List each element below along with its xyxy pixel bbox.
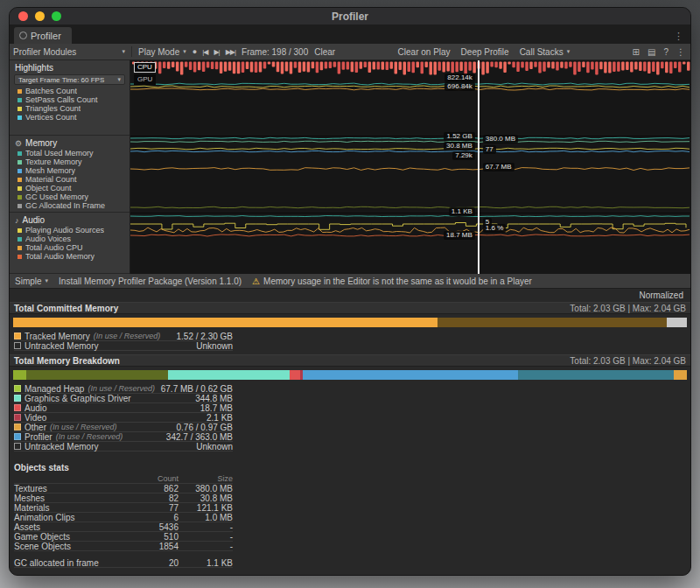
legend-value: 18.7 MB (200, 403, 233, 413)
legend-item-label: Total Audio Memory (25, 252, 94, 261)
window-title: Profiler (10, 10, 690, 23)
legend-item-gc-used-memory[interactable]: GC Used Memory (10, 192, 130, 201)
chart-area[interactable]: CPU GPU 822.14k696.84k1.52 GB380.0 MB30.… (130, 60, 690, 274)
legend-item-mesh-memory[interactable]: Mesh Memory (10, 166, 130, 175)
profiler-modules-dropdown[interactable]: Profiler Modules ▾ (13, 47, 125, 57)
close-window-icon[interactable] (18, 11, 28, 21)
view-mode-dropdown[interactable]: Simple ▾ (15, 276, 48, 286)
legend-item-triangles-count[interactable]: Triangles Count (10, 104, 130, 113)
legend-item-label: Batches Count (25, 87, 77, 95)
bar-segment (674, 370, 687, 380)
legend-color-swatch (18, 255, 22, 259)
legend-color-swatch (14, 395, 21, 402)
table-row-meshes: Meshes 82 30.8 MB (14, 494, 233, 503)
bar-segment (303, 370, 518, 380)
legend-row-profiler: Profiler (In use / Reserved) 342.7 / 363… (14, 432, 233, 442)
memory-breakdown-title: Total Memory Breakdown (14, 356, 120, 366)
audio-module-icon: ♪ (15, 216, 19, 225)
legend-item-total-audio-memory[interactable]: Total Audio Memory (10, 252, 130, 261)
gpu-track-label[interactable]: GPU (134, 74, 156, 85)
committed-memory-title: Total Committed Memory (14, 304, 118, 313)
object-type: Textures (14, 484, 136, 494)
legend-item-label: SetPass Calls Count (25, 95, 98, 104)
manual-icon[interactable]: ▤ (648, 47, 655, 57)
memory-breakdown-bar[interactable] (13, 370, 687, 380)
legend-item-batches-count[interactable]: Batches Count (10, 87, 130, 95)
traffic-lights (10, 11, 61, 21)
legend-label: Managed Heap (24, 384, 84, 394)
legend-item-material-count[interactable]: Material Count (10, 175, 130, 184)
window-titlebar[interactable]: Profiler (10, 8, 690, 25)
legend-item-playing-audio-sources[interactable]: Playing Audio Sources (10, 226, 130, 234)
zoom-window-icon[interactable] (52, 11, 61, 21)
size-column-header: Size (178, 474, 233, 483)
module-memory-header[interactable]: ⚙ Memory (10, 137, 130, 149)
objects-stats-title: Objects stats (14, 463, 690, 474)
legend-item-label: Mesh Memory (25, 166, 75, 175)
profiler-gauge-icon (19, 32, 27, 39)
legend-color-swatch (18, 116, 22, 120)
bar-segment (438, 318, 667, 327)
legend-label: Tracked Memory (24, 332, 90, 341)
legend-item-object-count[interactable]: Object Count (10, 184, 130, 192)
object-type: GC allocated in frame (14, 558, 136, 568)
legend-item-label: GC Used Memory (25, 192, 88, 201)
legend-note: (In use / Reserved) (94, 332, 161, 340)
normalized-row: Normalized (10, 289, 690, 302)
legend-color-swatch (18, 98, 22, 102)
object-count: 1854 (136, 542, 178, 551)
clear-on-play-toggle[interactable]: Clear on Play (398, 47, 451, 57)
legend-item-total-used-memory[interactable]: Total Used Memory (10, 149, 130, 158)
kebab-menu-icon[interactable]: ⋮ (676, 47, 685, 57)
module-highlights-header[interactable]: Highlights (10, 62, 130, 74)
module-audio-header[interactable]: ♪ Audio (10, 214, 130, 226)
legend-item-gc-allocated-in-frame[interactable]: GC Allocated In Frame (10, 201, 130, 210)
object-size: - (178, 542, 233, 551)
tab-profiler[interactable]: Profiler (14, 27, 72, 44)
first-frame-button[interactable]: |◀ (202, 48, 207, 56)
chart-value-callout: 18.7 MB (444, 231, 475, 240)
play-mode-dropdown[interactable]: Play Mode ▾ (138, 47, 186, 57)
help-icon[interactable]: ? (663, 47, 668, 57)
table-row-game-objects: Game Objects 510 - (14, 532, 233, 542)
clear-button[interactable]: Clear (314, 47, 335, 57)
object-type: Assets (14, 522, 136, 532)
object-type: Meshes (14, 494, 136, 503)
legend-item-audio-voices[interactable]: Audio Voices (10, 234, 130, 243)
legend-item-label: Total Audio CPU (25, 243, 83, 252)
target-frame-time-dropdown[interactable]: Target Frame Time: 60 FPS ▾ (14, 74, 125, 85)
tab-label: Profiler (31, 31, 61, 41)
cpu-track-label[interactable]: CPU (134, 62, 156, 73)
module-highlights-legend: Batches CountSetPass Calls CountTriangle… (10, 87, 130, 122)
legend-item-texture-memory[interactable]: Texture Memory (10, 158, 130, 166)
legend-item-total-audio-cpu[interactable]: Total Audio CPU (10, 243, 130, 252)
committed-memory-totals: Total: 2.03 GB | Max: 2.04 GB (570, 304, 686, 313)
deep-profile-toggle[interactable]: Deep Profile (461, 47, 509, 57)
legend-item-label: Texture Memory (25, 158, 82, 166)
legend-item-label: Material Count (25, 175, 77, 184)
legend-value: 0.76 / 0.97 GB (177, 423, 234, 432)
normalized-toggle[interactable]: Normalized (639, 290, 683, 301)
call-stacks-dropdown[interactable]: Call Stacks ▾ (520, 47, 570, 57)
legend-color-swatch (14, 414, 21, 421)
object-size: 1.0 MB (178, 513, 233, 522)
pop-out-icon[interactable]: ⊞ (633, 47, 640, 57)
next-frame-button[interactable]: ▶| (214, 48, 219, 56)
current-frame-button[interactable]: ▶▶| (226, 48, 235, 56)
legend-row-graphics: Graphics & Graphics Driver 344.8 MB (14, 394, 233, 403)
legend-item-setpass-calls-count[interactable]: SetPass Calls Count (10, 95, 130, 104)
record-icon[interactable]: ● (192, 47, 196, 56)
legend-label: Audio (24, 403, 47, 413)
tab-menu-kebab-icon[interactable]: ⋮ (667, 31, 690, 44)
minimize-window-icon[interactable] (35, 11, 45, 21)
module-highlights-title: Highlights (15, 63, 53, 73)
install-package-button[interactable]: Install Memory Profiler Package (Version… (59, 276, 242, 286)
bar-segment (168, 370, 290, 380)
frame-playhead[interactable] (478, 60, 480, 274)
object-type: Materials (14, 503, 136, 513)
legend-color-swatch (18, 169, 22, 173)
legend-value: Unknown (196, 341, 233, 351)
legend-item-vertices-count[interactable]: Vertices Count (10, 113, 130, 122)
committed-memory-bar[interactable] (13, 318, 687, 327)
chart-value-callout: 1.6 % (483, 224, 506, 233)
